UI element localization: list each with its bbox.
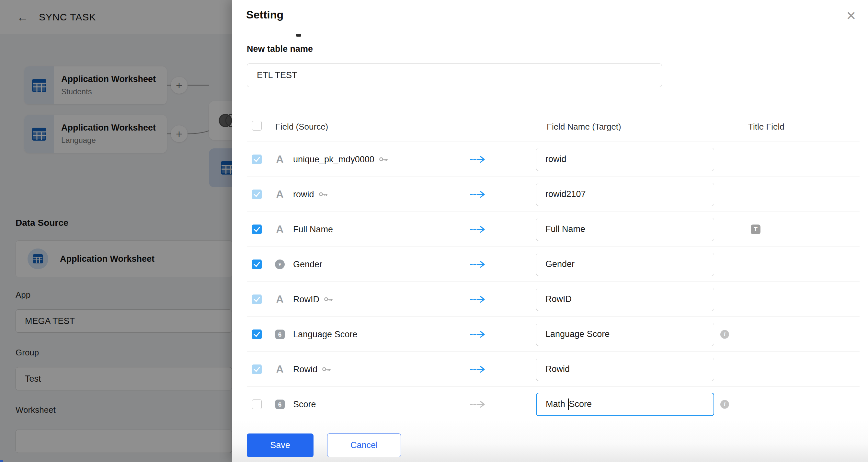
row-checkbox[interactable] <box>252 330 262 339</box>
primary-key-icon <box>322 366 331 372</box>
field-mapping-table: Field (Source) Field Name (Target) Title… <box>247 120 860 422</box>
map-arrow-icon <box>470 295 487 304</box>
modal-backdrop[interactable] <box>0 0 232 462</box>
map-arrow-icon <box>470 365 487 374</box>
field-row: AFull NameT <box>247 212 860 247</box>
target-field-input[interactable] <box>536 148 714 171</box>
map-arrow-icon <box>470 225 487 234</box>
save-button[interactable]: Save <box>247 433 313 457</box>
source-field-name: Gender <box>293 259 322 269</box>
input-text: Score <box>569 399 592 409</box>
header-divider <box>232 34 868 34</box>
clipped-button-fragment <box>0 460 3 462</box>
primary-key-icon <box>319 191 328 197</box>
primary-key-icon <box>324 297 333 302</box>
text-field-type-icon: A <box>274 294 286 305</box>
target-field-input[interactable] <box>536 218 714 241</box>
row-checkbox[interactable] <box>252 259 262 269</box>
map-arrow-icon <box>470 155 487 164</box>
field-row: ARowID <box>247 281 860 316</box>
field-row: Arowid <box>247 177 860 212</box>
select-all-checkbox[interactable] <box>252 121 262 130</box>
title-field-badge[interactable]: T <box>751 224 761 234</box>
text-field-type-icon: A <box>274 223 286 235</box>
row-checkbox[interactable] <box>252 189 262 199</box>
field-row: 6ScoreMath Scorei <box>247 387 860 422</box>
target-column-header: Field Name (Target) <box>547 122 621 132</box>
number-field-type-icon: 6 <box>274 330 286 339</box>
map-arrow-icon <box>470 260 487 269</box>
info-icon[interactable]: i <box>720 330 729 339</box>
map-arrow-icon <box>470 400 487 408</box>
source-field-name: Full Name <box>293 224 333 234</box>
source-field-name: RowID <box>293 294 333 304</box>
text-field-type-icon: A <box>274 364 286 375</box>
title-field-column-header: Title Field <box>748 122 784 132</box>
drawer-footer: Save Cancel <box>232 420 868 462</box>
target-field-input[interactable] <box>536 253 714 276</box>
row-checkbox[interactable] <box>252 224 262 234</box>
setting-drawer: Setting ✕ New table name Field (Source) … <box>232 0 868 462</box>
source-field-name: rowid <box>293 189 328 199</box>
field-row: 6Language Scorei <box>247 316 860 351</box>
text-field-type-icon: A <box>274 189 286 200</box>
info-icon[interactable]: i <box>720 400 729 408</box>
source-field-name: unique_pk_mdy0000 <box>293 154 388 164</box>
source-field-name: Language Score <box>293 329 357 339</box>
source-field-name: Score <box>293 399 316 409</box>
map-arrow-icon <box>470 190 487 198</box>
target-field-input[interactable] <box>536 358 714 381</box>
field-row: Aunique_pk_mdy0000 <box>247 142 860 177</box>
target-field-input[interactable] <box>536 288 714 311</box>
new-table-name-input[interactable] <box>247 63 662 87</box>
dropdown-field-type-icon: ▼ <box>274 259 286 269</box>
target-field-input[interactable] <box>536 183 714 206</box>
row-checkbox[interactable] <box>252 399 262 409</box>
source-column-header: Field (Source) <box>275 122 328 132</box>
map-arrow-icon <box>470 330 487 339</box>
number-field-type-icon: 6 <box>274 399 286 409</box>
close-icon[interactable]: ✕ <box>846 10 856 22</box>
field-row: ARowid <box>247 351 860 387</box>
cancel-button[interactable]: Cancel <box>327 433 401 457</box>
row-checkbox[interactable] <box>252 365 262 374</box>
field-rows: Aunique_pk_mdy0000ArowidAFull NameT▼Gend… <box>247 142 860 422</box>
target-field-input[interactable] <box>536 323 714 346</box>
field-table-header: Field (Source) Field Name (Target) Title… <box>247 120 860 142</box>
clipped-content-fragment <box>296 34 301 37</box>
text-field-type-icon: A <box>274 154 286 165</box>
source-field-name: Rowid <box>293 364 331 374</box>
text-cursor <box>568 399 569 410</box>
new-table-name-label: New table name <box>247 44 313 54</box>
primary-key-icon <box>379 156 388 162</box>
row-checkbox[interactable] <box>252 155 262 164</box>
field-row: ▼Gender <box>247 247 860 281</box>
input-text: Math <box>546 399 568 409</box>
drawer-title: Setting <box>246 8 283 21</box>
target-field-input[interactable]: Math Score <box>536 393 714 416</box>
row-checkbox[interactable] <box>252 295 262 304</box>
